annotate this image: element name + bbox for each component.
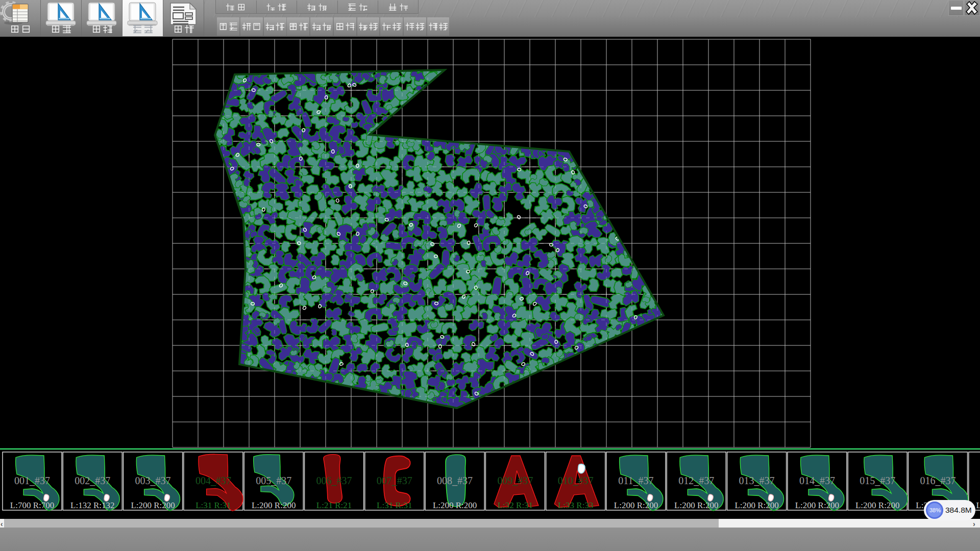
svg-text:011_#37: 011_#37 [618, 475, 653, 486]
svg-text:013_#37: 013_#37 [739, 475, 775, 486]
svg-text:L:21 R:21: L:21 R:21 [316, 500, 352, 510]
svg-text:007_#37: 007_#37 [377, 475, 412, 486]
svg-text:002_#37: 002_#37 [75, 475, 110, 486]
svg-text:L:200 R:200: L:200 R:200 [614, 500, 658, 510]
svg-text:L:31 R:31: L:31 R:31 [195, 500, 231, 510]
svg-text:003_#37: 003_#37 [135, 475, 171, 486]
svg-text:015_#37: 015_#37 [860, 475, 895, 486]
svg-text:009_#37: 009_#37 [497, 475, 533, 486]
svg-text:L:33 R:33: L:33 R:33 [558, 500, 593, 510]
svg-text:001_#37: 001_#37 [14, 475, 50, 486]
svg-text:L:200 R:200: L:200 R:200 [131, 500, 175, 510]
svg-text:L:31 R:31: L:31 R:31 [377, 500, 412, 510]
svg-text:L:200 R:200: L:200 R:200 [976, 500, 980, 510]
svg-text:L:200 R:200: L:200 R:200 [795, 500, 839, 510]
svg-text:L:200 R:200: L:200 R:200 [252, 500, 296, 510]
svg-text:L:132 R:132: L:132 R:132 [70, 500, 114, 510]
svg-text:005_#37: 005_#37 [256, 475, 291, 486]
svg-text:L:200 R:200: L:200 R:200 [855, 500, 899, 510]
svg-text:008_#37: 008_#37 [437, 475, 473, 486]
svg-text:012_#37: 012_#37 [678, 475, 714, 486]
svg-text:L:32 R:31: L:32 R:31 [498, 500, 533, 510]
svg-text:014_#37: 014_#37 [799, 475, 835, 486]
svg-text:016_#37: 016_#37 [920, 475, 956, 486]
svg-text:L:200 R:200: L:200 R:200 [674, 500, 718, 510]
svg-text:L:200 R:200: L:200 R:200 [734, 500, 778, 510]
svg-text:010_#37: 010_#37 [558, 475, 594, 486]
svg-text:L:700 R:700: L:700 R:700 [10, 500, 54, 510]
svg-text:004_#37: 004_#37 [195, 475, 231, 486]
svg-text:L:200 R:200: L:200 R:200 [433, 500, 477, 510]
svg-text:006_#37: 006_#37 [316, 475, 352, 486]
